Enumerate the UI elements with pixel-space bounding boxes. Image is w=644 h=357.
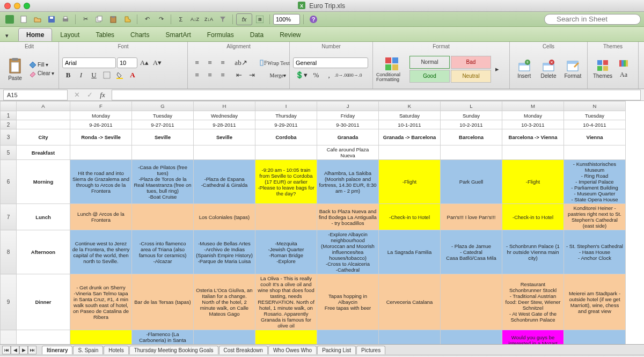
- cell[interactable]: Alhambra, La Sakiba (Moorish palace and …: [317, 160, 379, 204]
- col-header-N[interactable]: N: [564, 101, 626, 111]
- cell[interactable]: Pan's!!! I love Pan's!!!: [441, 204, 502, 230]
- cell[interactable]: Lunch @ Arcos de la Frontera: [70, 204, 132, 230]
- close-window-button[interactable]: [4, 3, 11, 9]
- cancel-formula-icon[interactable]: ✕: [71, 90, 83, 100]
- row-header-6[interactable]: 6: [1, 160, 17, 204]
- row-header-1[interactable]: 1: [1, 111, 17, 120]
- row-header-9[interactable]: 9: [1, 274, 17, 330]
- decrease-font-icon[interactable]: A▾: [151, 57, 163, 68]
- cell[interactable]: -Mezquita -Jewish Quarter -Roman Bridge …: [255, 230, 317, 274]
- increase-indent-icon[interactable]: ⇥: [246, 70, 258, 81]
- cell[interactable]: Cordoba: [255, 129, 317, 145]
- cell[interactable]: Hit the road and into Sierra de Grazalem…: [70, 160, 132, 204]
- tab-layout[interactable]: Layout: [52, 28, 87, 41]
- cell[interactable]: [564, 330, 626, 345]
- tab-data[interactable]: Data: [242, 28, 272, 41]
- cell[interactable]: Breakfast: [17, 145, 70, 160]
- col-header-I[interactable]: I: [255, 101, 317, 111]
- zoom-window-button[interactable]: [24, 3, 30, 9]
- cell[interactable]: 10-1-2011: [379, 120, 441, 129]
- align-top-icon[interactable]: ≡: [191, 57, 203, 68]
- format-cells-button[interactable]: Format: [562, 53, 584, 86]
- border-button[interactable]: [101, 70, 113, 81]
- row-header-10[interactable]: 10: [1, 330, 17, 345]
- cell[interactable]: Back to Plaza Nueva and find Bodega La A…: [317, 204, 379, 230]
- tab-home[interactable]: Home: [18, 28, 52, 41]
- undo-icon[interactable]: ↶: [141, 13, 153, 25]
- cell[interactable]: Barcelona -> Vienna: [502, 129, 564, 145]
- redo-icon[interactable]: ↷: [155, 13, 167, 25]
- cell[interactable]: [70, 145, 132, 160]
- col-header-L[interactable]: L: [441, 101, 502, 111]
- cell[interactable]: -7:30 pm Cordoba to 10:15 pm Granada via…: [255, 330, 317, 345]
- font-size-select[interactable]: [117, 57, 137, 68]
- autosum-icon[interactable]: Σ: [174, 13, 187, 25]
- sheet-tab-cost-breakdown[interactable]: Cost Breakdown: [219, 346, 268, 354]
- cell[interactable]: La Sagrada Familia: [379, 230, 441, 274]
- tab-tables[interactable]: Tables: [87, 28, 122, 41]
- sheet-tab-itinerary[interactable]: Itinerary: [42, 346, 72, 354]
- print-icon[interactable]: [59, 13, 72, 25]
- align-left-icon[interactable]: ≡: [191, 70, 203, 81]
- cell[interactable]: -9:20 am - 10:05 train from Seville to C…: [255, 160, 317, 204]
- style-bad[interactable]: Bad: [451, 56, 491, 69]
- cell[interactable]: Monday: [70, 111, 132, 120]
- cell[interactable]: Ronda -> Seville: [70, 129, 132, 145]
- col-header-G[interactable]: G: [132, 101, 194, 111]
- cell[interactable]: Restaurant Schonbrunner Stockl - Traditi…: [502, 274, 564, 330]
- cell[interactable]: Dinner: [17, 274, 70, 330]
- cell[interactable]: 9-27-2011: [132, 120, 194, 129]
- cell[interactable]: [17, 111, 70, 120]
- search-input[interactable]: [544, 14, 641, 25]
- tab-nav-prev-icon[interactable]: ◀: [11, 346, 19, 354]
- paste-button[interactable]: Paste: [3, 53, 27, 86]
- fill-button[interactable]: Fill ▾: [29, 61, 54, 69]
- percent-icon[interactable]: %: [310, 70, 322, 81]
- sheet-tab-thursday-meeting-booking-goals[interactable]: Thursday Meeting Booking Goals: [129, 346, 218, 354]
- cell[interactable]: 9-28-2011: [194, 120, 255, 129]
- col-header-K[interactable]: K: [379, 101, 441, 111]
- fx-icon[interactable]: fx: [236, 13, 252, 25]
- align-center-icon[interactable]: ≡: [204, 70, 216, 81]
- cell[interactable]: Granada -> Barcelona: [379, 129, 441, 145]
- cell[interactable]: - Kunsthistorisches Museum - Ring Road -…: [564, 160, 626, 204]
- cell[interactable]: Meierei am Stadtpark - outside hotel (if…: [564, 274, 626, 330]
- align-bottom-icon[interactable]: ≡: [217, 57, 229, 68]
- comma-icon[interactable]: ,: [323, 70, 335, 81]
- cell[interactable]: Tuesday: [132, 111, 194, 120]
- increase-font-icon[interactable]: A▴: [138, 57, 150, 68]
- cell[interactable]: Bar de las Tersas (tapas): [132, 274, 194, 330]
- merge-button[interactable]: Merge ▾: [262, 70, 294, 81]
- clear-button[interactable]: Clear ▾: [29, 70, 54, 77]
- col-header-J[interactable]: J: [317, 101, 379, 111]
- cell[interactable]: 10-4-2011: [564, 120, 626, 129]
- row-header-8[interactable]: 8: [1, 230, 17, 274]
- fill-color-button[interactable]: [114, 70, 126, 81]
- open-file-icon[interactable]: [31, 13, 44, 25]
- cell[interactable]: 10-2-2011: [441, 120, 502, 129]
- currency-icon[interactable]: 💲▾: [293, 70, 309, 81]
- cell[interactable]: - Water Front - New City - Barcelona Nig…: [441, 330, 502, 345]
- sheet-tab-packing-list[interactable]: Packing List: [317, 346, 356, 354]
- cell[interactable]: -Museo de Bellas Artes -Archivo de India…: [194, 230, 255, 274]
- cell[interactable]: Granada: [317, 129, 379, 145]
- col-header-H[interactable]: H: [194, 101, 255, 111]
- cell[interactable]: -Cross into flamenco area of Triana (als…: [132, 230, 194, 274]
- cell[interactable]: Vienna: [564, 129, 626, 145]
- cell[interactable]: [255, 204, 317, 230]
- tab-review[interactable]: Review: [272, 28, 309, 41]
- cell[interactable]: [502, 145, 564, 160]
- align-right-icon[interactable]: ≡: [217, 70, 229, 81]
- tab-nav-first-icon[interactable]: ⏮: [2, 346, 11, 354]
- cell[interactable]: - Schonbrunn Palace (1 hr outside Vienna…: [502, 230, 564, 274]
- cell[interactable]: [564, 145, 626, 160]
- cell[interactable]: Saturday: [379, 111, 441, 120]
- cell[interactable]: Barcelona: [441, 129, 502, 145]
- align-middle-icon[interactable]: ≡: [204, 57, 216, 68]
- cell[interactable]: Friday: [317, 111, 379, 120]
- zoom-input[interactable]: [273, 14, 300, 25]
- help-icon[interactable]: ?: [307, 13, 320, 25]
- tab-charts[interactable]: Charts: [122, 28, 157, 41]
- cell[interactable]: 10-3-2011: [502, 120, 564, 129]
- cell[interactable]: 9-29-2011: [255, 120, 317, 129]
